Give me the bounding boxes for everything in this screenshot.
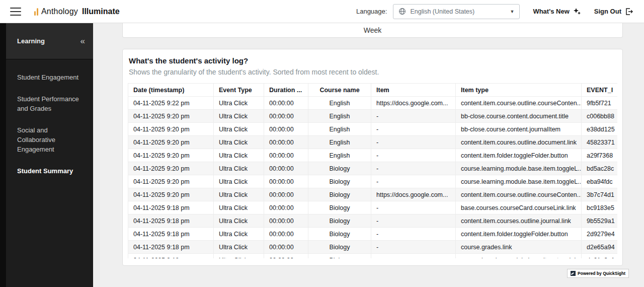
activity-table-wrap[interactable]: Date (timestamp)Event TypeDuration ...Co… [128,83,617,258]
cell-item-type: content.item.course.outline.courseConten… [456,97,582,110]
cell-item: - [371,254,456,259]
menu-icon[interactable] [10,8,21,16]
cell-course-name: Biology [308,175,371,188]
cell-event-id: d2e65a94 [582,241,618,254]
cell-course-name: Biology [308,162,371,175]
cell-date: 04-11-2025 9:20 pm [128,162,214,175]
cell-duration: 00:00:00 [264,241,308,254]
cell-duration: 00:00:00 [264,123,308,136]
cell-date: 04-11-2025 9:18 pm [128,241,214,254]
cell-duration: 00:00:00 [264,136,308,149]
cell-item: - [371,214,456,228]
cell-item: https://docs.google.com... [371,97,456,110]
cell-event-id: 45823371 [582,136,618,149]
table-row: 04-11-2025 9:20 pmUltra Click00:00:00Bio… [128,162,618,175]
cell-item: - [371,175,456,188]
sidebar-item-student-summary[interactable]: Student Summary [6,160,93,182]
card-title: What's the student's activity log? [129,56,617,65]
table-row: 04-11-2025 9:20 pmUltra Click00:00:00Bio… [128,175,618,188]
cell-event-id: 3b7c74d1 [582,188,618,201]
cell-event-id: da21a3a1 [582,254,618,259]
cell-event-id: a29f7368 [582,149,618,162]
cell-event-id: eba94fdc [582,175,618,188]
main-content: Week What's the student's activity log? … [93,23,644,287]
whats-new-button[interactable]: What's New [533,8,581,16]
cell-item: - [371,162,456,175]
table-body: 04-11-2025 9:22 pmUltra Click00:00:00Eng… [128,97,618,259]
cell-item: https://docs.google.com... [371,188,456,201]
cell-event-type: Ultra Click [214,110,264,123]
language-select[interactable]: English (United States) ▼ [393,4,520,19]
cell-course-name: English [308,123,371,136]
table-row: 04-11-2025 9:20 pmUltra Click00:00:00Eng… [128,123,618,136]
cell-item-type: content.item.folder.toggleFolder.button [456,228,582,241]
cell-item: - [371,241,456,254]
anthology-logo-icon [34,8,38,16]
cell-item: - [371,149,456,162]
cell-date: 04-11-2025 9:20 pm [128,123,214,136]
cell-item: - [371,123,456,136]
cell-event-type: Ultra Click [214,241,264,254]
sidebar-item-student-performance-and-grades[interactable]: Student Performance and Grades [6,88,93,119]
powered-by-label: Powered by QuickSight [578,271,625,276]
cell-event-type: Ultra Click [214,201,264,214]
cell-event-id: c006bb88 [582,110,618,123]
sparkle-icon [573,8,581,16]
cell-duration: 00:00:00 [264,201,308,214]
table-row: 04-11-2025 9:18 pmUltra Click00:00:00Bio… [128,254,618,259]
column-header-event-type[interactable]: Event Type [214,84,264,97]
whats-new-label: What's New [533,8,569,15]
table-row: 04-11-2025 9:20 pmUltra Click00:00:00Bio… [128,188,618,201]
cell-item-type: content.item.coures.outline.document.lin… [456,136,582,149]
sidebar-item-social-and-collaborative-engagement[interactable]: Social and Collaborative Engagement [6,119,93,160]
sidebar-nav: Student EngagementStudent Performance an… [6,59,93,182]
cell-event-id: 9fb5f721 [582,97,618,110]
sign-out-icon [625,8,633,16]
cell-course-name: English [308,136,371,149]
cell-event-type: Ultra Click [214,123,264,136]
activity-log-card: What's the student's activity log? Shows… [122,49,623,266]
cell-item: - [371,110,456,123]
table-row: 04-11-2025 9:22 pmUltra Click00:00:00Eng… [128,97,618,110]
column-header-course-name[interactable]: Course name [308,84,371,97]
cell-item-type: course.grades.link [456,241,582,254]
sidebar-item-student-engagement[interactable]: Student Engagement [6,66,93,88]
cell-date: 04-11-2025 9:20 pm [128,188,214,201]
cell-date: 04-11-2025 9:18 pm [128,214,214,228]
cell-event-id: bc9183e5 [582,201,618,214]
cell-duration: 00:00:00 [264,228,308,241]
cell-course-name: English [308,110,371,123]
chevron-down-icon: ▼ [510,9,514,14]
sidebar-section-header: Learning « [6,23,93,59]
cell-duration: 00:00:00 [264,175,308,188]
cell-duration: 00:00:00 [264,254,308,259]
cell-item-type: content.item.course.outline.courseConten… [456,188,582,201]
table-row: 04-11-2025 9:18 pmUltra Click00:00:00Bio… [128,241,618,254]
cell-duration: 00:00:00 [264,214,308,228]
column-header-date[interactable]: Date (timestamp) [128,84,214,97]
cell-event-type: Ultra Click [214,162,264,175]
sidebar: Learning « Student EngagementStudent Per… [0,23,93,287]
language-label: Language: [356,8,387,15]
cell-date: 04-11-2025 9:22 pm [128,97,214,110]
column-header-duration[interactable]: Duration ... [264,84,308,97]
cell-event-type: Ultra Click [214,188,264,201]
cell-course-name: Biology [308,228,371,241]
column-header-item[interactable]: Item [371,84,456,97]
cell-duration: 00:00:00 [264,97,308,110]
column-header-event-id[interactable]: EVENT_I [582,84,618,97]
column-header-item-type[interactable]: Item type [456,84,582,97]
powered-by-quicksight-badge[interactable]: Powered by QuickSight [567,269,629,278]
table-row: 04-11-2025 9:18 pmUltra Click00:00:00Bio… [128,228,618,241]
cell-event-type: Ultra Click [214,149,264,162]
activity-table: Date (timestamp)Event TypeDuration ...Co… [128,83,617,258]
cell-item-type: course.learning.module.base.item.toggleL… [456,175,582,188]
cell-item-type: bb-close.course.content.journalItem [456,123,582,136]
cell-item-type: bb-close.course.content.document.title [456,110,582,123]
cell-event-type: Ultra Click [214,136,264,149]
cell-event-id: 9b5529a1 [582,214,618,228]
sign-out-button[interactable]: Sign Out [594,8,633,16]
cell-event-type: Ultra Click [214,175,264,188]
cell-course-name: English [308,149,371,162]
collapse-sidebar-icon[interactable]: « [80,37,85,45]
